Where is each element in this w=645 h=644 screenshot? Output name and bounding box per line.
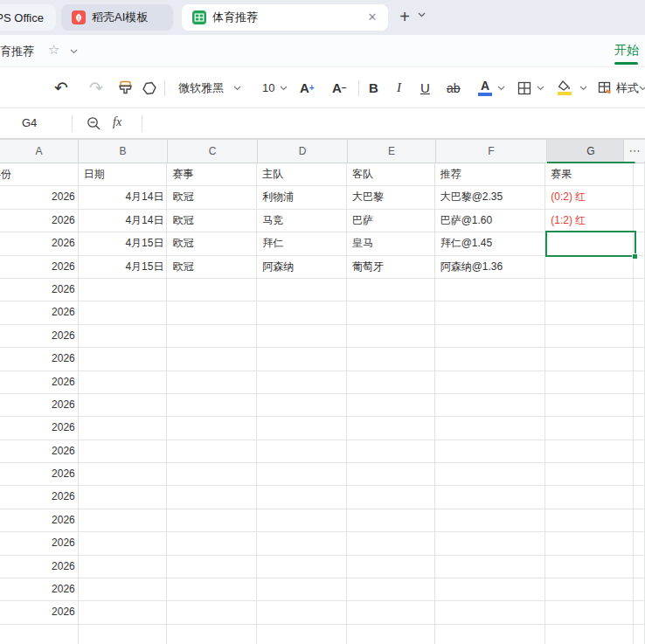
cell[interactable]: 2026: [0, 256, 79, 279]
cell[interactable]: 2026: [0, 210, 79, 232]
cell[interactable]: 2026: [0, 601, 79, 624]
cell[interactable]: 2026: [0, 279, 79, 301]
cell[interactable]: [347, 325, 435, 348]
cell[interactable]: [634, 301, 645, 324]
cell[interactable]: [435, 440, 546, 463]
cell[interactable]: 阿森纳@1.36: [435, 256, 546, 279]
cell[interactable]: (1:2) 红: [545, 210, 634, 232]
cell[interactable]: [167, 417, 257, 440]
cell[interactable]: [347, 417, 435, 440]
cell[interactable]: [634, 163, 645, 186]
cell[interactable]: [167, 394, 257, 417]
cell[interactable]: [634, 532, 645, 555]
cell[interactable]: [634, 578, 645, 601]
cell[interactable]: 4月14日: [79, 210, 168, 232]
font-name-chevron-down-icon[interactable]: [233, 67, 241, 108]
cell[interactable]: 2026: [0, 348, 79, 370]
cell[interactable]: [79, 371, 168, 394]
cell[interactable]: [167, 463, 257, 486]
cell[interactable]: [634, 509, 645, 532]
cell[interactable]: [167, 486, 257, 509]
cell[interactable]: (0:2) 红: [545, 186, 634, 209]
cell[interactable]: 推荐: [435, 163, 546, 186]
cell[interactable]: [79, 279, 168, 301]
favorite-star-icon[interactable]: ☆: [48, 42, 59, 58]
cell[interactable]: [79, 556, 168, 578]
bold-button[interactable]: B: [369, 67, 378, 108]
cell[interactable]: [347, 625, 435, 644]
cell[interactable]: [167, 301, 257, 324]
cell[interactable]: 巴萨@1.60: [435, 210, 546, 232]
cell[interactable]: [435, 486, 546, 509]
cell[interactable]: [257, 301, 347, 324]
cell[interactable]: [257, 279, 347, 301]
cell[interactable]: [347, 486, 435, 509]
cell[interactable]: [545, 509, 634, 532]
cell[interactable]: [634, 486, 645, 509]
cell[interactable]: [167, 279, 257, 301]
cell[interactable]: [634, 417, 645, 440]
cell[interactable]: [435, 463, 546, 486]
borders-chevron-down-icon[interactable]: [537, 67, 544, 108]
cell[interactable]: [634, 348, 645, 370]
cell[interactable]: [435, 417, 546, 440]
column-header-F[interactable]: F: [436, 140, 547, 163]
cell[interactable]: [545, 556, 634, 578]
cell-style-button[interactable]: 样式: [598, 67, 639, 108]
cell[interactable]: [257, 440, 347, 463]
cell[interactable]: [79, 601, 168, 624]
cell-name-box[interactable]: G4: [22, 116, 37, 129]
cell[interactable]: [347, 279, 435, 301]
cell[interactable]: [545, 532, 634, 555]
strikethrough-button[interactable]: ab: [447, 67, 461, 108]
column-header-D[interactable]: D: [258, 140, 348, 163]
cell[interactable]: 年份: [0, 163, 79, 186]
title-chevron-down-icon[interactable]: [70, 49, 78, 54]
cell[interactable]: [435, 348, 546, 370]
cell[interactable]: [545, 394, 634, 417]
cell[interactable]: [167, 578, 257, 601]
cell[interactable]: 赛事: [167, 163, 257, 186]
cell[interactable]: [634, 556, 645, 578]
fill-color-button[interactable]: [558, 67, 572, 108]
cell-style-chevron-down-icon[interactable]: [639, 67, 645, 108]
column-header-C[interactable]: C: [168, 140, 258, 163]
cell[interactable]: 2026: [0, 371, 79, 394]
cell[interactable]: [435, 509, 546, 532]
column-header-B[interactable]: B: [79, 140, 168, 163]
tab-wps-office[interactable]: PS Office: [0, 4, 56, 31]
cell[interactable]: [435, 371, 546, 394]
cell[interactable]: 欧冠: [167, 232, 257, 255]
cell[interactable]: 主队: [257, 163, 347, 186]
cell[interactable]: [634, 232, 645, 255]
cell[interactable]: 2026: [0, 301, 79, 324]
font-color-button[interactable]: A: [478, 67, 492, 108]
cell[interactable]: [347, 371, 435, 394]
eraser-icon[interactable]: [141, 67, 158, 108]
cell[interactable]: [167, 556, 257, 578]
format-painter-icon[interactable]: [117, 67, 134, 108]
cell[interactable]: 2026: [0, 440, 79, 463]
cell[interactable]: 2026: [0, 486, 79, 509]
font-name-select[interactable]: 微软雅黑: [178, 67, 224, 108]
cell[interactable]: [634, 210, 645, 232]
cell[interactable]: [545, 256, 634, 279]
cell[interactable]: [545, 232, 634, 255]
cell[interactable]: [634, 601, 645, 624]
cell[interactable]: [435, 578, 546, 601]
cell[interactable]: [545, 440, 634, 463]
cell[interactable]: [79, 486, 168, 509]
cell[interactable]: 欧冠: [167, 256, 257, 279]
cell[interactable]: [545, 325, 634, 348]
cell[interactable]: 欧冠: [167, 186, 257, 209]
cell[interactable]: [634, 325, 645, 348]
cell[interactable]: [634, 279, 645, 301]
cell[interactable]: [435, 601, 546, 624]
cell[interactable]: [79, 325, 168, 348]
fill-color-chevron-down-icon[interactable]: [579, 67, 587, 108]
zoom-out-icon[interactable]: [87, 116, 101, 131]
font-color-chevron-down-icon[interactable]: [497, 67, 505, 108]
cell[interactable]: 4月15日: [79, 232, 168, 255]
cell[interactable]: [79, 394, 168, 417]
cell[interactable]: [634, 440, 645, 463]
